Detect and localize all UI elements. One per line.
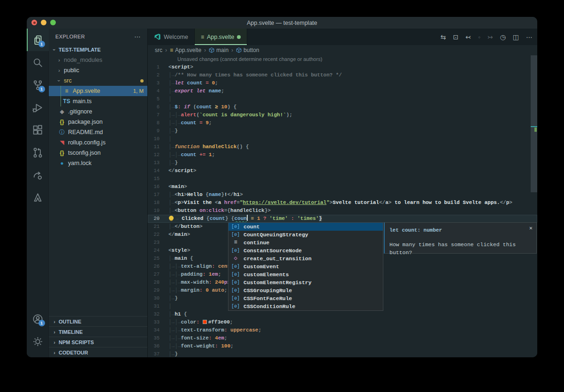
code-line-3[interactable]: 3│→let count = 0; [148,79,537,87]
activity-bar-item-github-pr[interactable] [27,141,49,164]
split-editor-icon[interactable]: ◫ [513,33,519,41]
sidebar-section-codetour[interactable]: ›CODETOUR [49,347,147,357]
sidebar-section-npm-scripts[interactable]: ›NPM SCRIPTS [49,337,147,347]
breadcrumb-item-app-svelte[interactable]: ≡App.svelte [170,47,201,53]
code-editor[interactable]: Unsaved changes (cannot determine recent… [148,55,537,357]
file-history-icon[interactable]: ◷ [500,33,506,41]
tab-app-svelte[interactable]: ≡App.svelte [195,29,247,45]
open-changes-icon[interactable]: ⊡ [453,33,458,41]
code-line-10[interactable]: 10│ [148,135,537,143]
zoom-window-button[interactable] [50,20,56,25]
git-compare-icon[interactable]: ⇆ [441,33,446,41]
suggest-label: CSSConditionRule [244,302,295,310]
code-line-33[interactable]: 33│→│→color: #ff3e00; [148,318,537,326]
tree-item-src[interactable]: ›src [49,75,147,86]
code-line-2[interactable]: 2│→/** How many times has someone clicke… [148,71,537,79]
activity-bar-item-settings[interactable] [27,330,49,353]
code-line-37[interactable]: 37│→} [148,350,537,357]
line-number: 10 [148,135,168,143]
title-bar[interactable]: App.svelte — test-template [27,17,537,29]
suggest-item-customelementregistry[interactable]: [⊘]CustomElementRegistry [229,279,383,286]
suggest-item-cssconditionrule[interactable]: [⊘]CSSConditionRule [229,302,383,310]
code-line-35[interactable]: 35│→│→font-size: 4em; [148,334,537,342]
suggest-item-cssgroupingrule[interactable]: [⊘]CSSGroupingRule [229,286,383,294]
code-line-4[interactable]: 4│→export let name; [148,87,537,95]
tree-item-tsconfig-json[interactable]: {}tsconfig.json [49,148,147,158]
tree-item-app-svelte[interactable]: ≡App.svelte1, M [49,86,147,96]
activity-bar: 111 [27,29,49,357]
tree-item--gitignore[interactable]: ◆.gitignore [49,106,147,117]
close-window-button[interactable] [31,20,37,25]
line-number: 37 [148,350,168,357]
suggest-item-customevent[interactable]: [⊘]CustomEvent [229,263,383,271]
suggest-item-cssfontfacerule[interactable]: [⊘]CSSFontFaceRule [229,294,383,302]
code-line-36[interactable]: 36│→│→font-weight: 100; [148,342,537,350]
code-line-12[interactable]: 12│→│→count += 1; [148,151,537,159]
suggest-label: CustomEvent [244,263,279,271]
code-line-13[interactable]: 13│→} [148,159,537,167]
project-name: TEST-TEMPLATE [59,47,101,53]
code-line-6[interactable]: 6│→$: if (count ≥ 10) { [148,103,537,111]
line-content: <main> [168,183,187,191]
code-line-18[interactable]: 18│→<p>Visit the <a href="https://svelte… [148,199,537,207]
sidebar-section-timeline[interactable]: ›TIMELINE [49,326,147,337]
close-icon[interactable]: ✕ [529,225,533,233]
line-number: 1 [148,63,168,71]
code-line-9[interactable]: 9│→} [148,127,537,135]
section-label: CODETOUR [59,350,88,355]
project-root-row[interactable]: › TEST-TEMPLATE [49,45,147,55]
suggest-item-constantsourcenode[interactable]: [⊘]ConstantSourceNode [229,247,383,255]
tree-item-node-modules[interactable]: ›node_modules [49,55,147,65]
previous-change-icon[interactable]: ↢ [465,33,471,41]
color-swatch[interactable] [203,320,207,324]
minimize-window-button[interactable] [41,20,46,25]
tree-item-readme-md[interactable]: ⓘREADME.md [49,127,147,137]
line-content: │→<button on:click={handleClick}> [168,207,271,215]
suggest-item-create_out_transition[interactable]: ◇create_out_transition [229,255,383,263]
editor-scrollbar[interactable] [531,55,537,192]
code-line-16[interactable]: 16<main> [148,183,537,191]
tree-item-rollup-config-js[interactable]: ◥rollup.config.js [49,137,147,148]
more-actions-icon[interactable]: ⋯ [526,33,533,41]
activity-bar-item-run-debug[interactable] [27,96,49,119]
chevron-down-icon: › [56,78,62,83]
breadcrumb-item-src[interactable]: src [155,47,162,53]
code-line-11[interactable]: 11│→function handleClick() { [148,143,537,151]
code-line-32[interactable]: 32│→h1 { [148,310,537,318]
tree-item-public[interactable]: ›public [49,65,147,75]
code-line-14[interactable]: 14</script> [148,167,537,175]
current-change-icon[interactable]: ◦ [478,33,480,41]
tree-item-package-json[interactable]: {}package.json [49,117,147,127]
activity-bar-item-source-control[interactable]: 1 [27,74,49,96]
suggest-item-continue[interactable]: ≡continue [229,239,383,247]
suggest-item-customelements[interactable]: [⊘]customElements [229,271,383,279]
activity-bar-item-explorer[interactable]: 1 [27,29,49,51]
line-content: │→│→margin: 0 auto; [168,286,227,294]
tab-welcome[interactable]: Welcome [148,29,195,45]
code-line-1[interactable]: 1<script> [148,63,537,71]
code-line-15[interactable]: 15 [148,175,537,183]
explorer-more-actions-icon[interactable]: ⋯ [134,33,141,40]
next-change-icon[interactable]: ↣ [488,33,493,41]
file-label: node_modules [64,57,102,63]
code-line-5[interactable]: 5│ [148,95,537,103]
code-line-34[interactable]: 34│→│→text-transform: uppercase; [148,326,537,334]
activity-bar-item-accounts[interactable]: 1 [27,308,49,330]
activity-bar-item-search[interactable] [27,51,49,74]
tree-item-yarn-lock[interactable]: ●yarn.lock [49,158,147,168]
breadcrumb-item-main[interactable]: main [209,47,229,53]
sidebar-section-outline[interactable]: ›OUTLINE [49,316,147,326]
tree-item-main-ts[interactable]: TSmain.ts [49,96,147,106]
code-line-7[interactable]: 7│→│→alert(`count is dangerously high!`)… [148,111,537,119]
code-line-8[interactable]: 8│→│→count = 9; [148,119,537,127]
lightbulb-icon[interactable] [169,216,174,220]
breadcrumb-item-button[interactable]: button [236,47,259,53]
code-line-17[interactable]: 17│→<h1>Hello {name}!</h1> [148,191,537,199]
activity-bar-item-live-share[interactable] [27,164,49,186]
code-line-19[interactable]: 19│→<button on:click={handleClick}> [148,207,537,215]
activity-bar-item-extensions[interactable] [27,119,49,141]
code-line-20[interactable]: 20→ Clicked {count} {coun ≡ 1 ? 'time' :… [148,215,537,223]
suggest-item-countqueuingstrategy[interactable]: [⊘]CountQueuingStrategy [229,231,383,239]
activity-bar-item-azure[interactable] [27,186,49,209]
suggest-item-count[interactable]: [⊘]count [229,223,383,231]
